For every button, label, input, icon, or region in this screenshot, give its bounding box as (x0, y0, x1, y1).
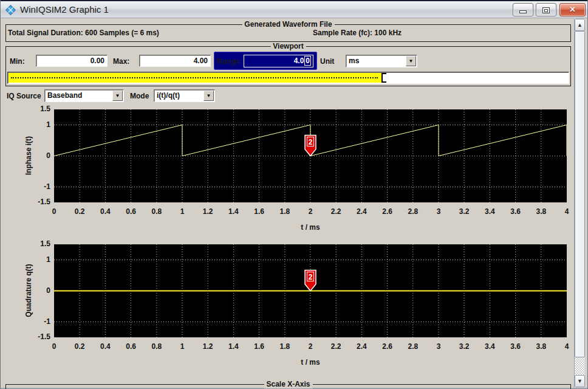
chevron-down-icon[interactable]: ▼ (112, 91, 123, 101)
x-tick-label: 0.2 (75, 207, 85, 216)
svg-text:2: 2 (309, 138, 313, 146)
generated-waveform-groupbox: Generated Waveform File Total Signal Dur… (5, 24, 571, 42)
y-tick-label: 1.5 (40, 105, 50, 113)
quadrature-x-ticks: 00.20.40.60.811.21.41.61.822.22.42.62.83… (54, 342, 567, 351)
x-tick-label: 3.8 (536, 207, 546, 216)
x-tick-label: 0.4 (100, 207, 111, 216)
inphase-y-ticks: 1.510-1-1.5 (30, 109, 52, 202)
range-field[interactable]: 4.00 (244, 55, 313, 67)
chevron-down-icon[interactable]: ▼ (406, 56, 416, 66)
scale-x-axis-title: Scale X-Axis (264, 380, 312, 388)
viewport-groupbox: Viewport Min: 0.00 Max: 4.00 Range: 4.00… (5, 46, 571, 86)
y-tick-label: -1 (44, 317, 50, 326)
client-area: Generated Waveform File Total Signal Dur… (1, 18, 588, 389)
y-tick-label: -1 (44, 182, 50, 191)
x-tick-label: 1.6 (254, 342, 264, 351)
x-tick-label: 4 (565, 207, 569, 216)
mode-combobox[interactable]: i(t)/q(t) ▼ (154, 89, 215, 102)
close-icon: ✕ (560, 4, 585, 16)
total-signal-duration: Total Signal Duration: 600 Samples (= 6 … (8, 29, 159, 37)
x-tick-label: 0.6 (126, 207, 136, 216)
unit-label: Unit (320, 57, 334, 66)
close-button[interactable]: ✕ (559, 3, 586, 16)
max-label: Max: (113, 57, 129, 66)
x-tick-label: 1.8 (279, 207, 290, 216)
x-tick-label: 1 (180, 207, 185, 216)
minimize-button[interactable] (513, 3, 533, 16)
x-tick-label: 4 (565, 342, 569, 351)
x-tick-label: 2.4 (357, 207, 367, 216)
range-value: 4.0 (294, 57, 304, 65)
scale-x-axis-groupbox: Scale X-Axis (5, 384, 571, 389)
app-window: WinIQSIM2 Graphic 1 ✕ Generated Waveform… (0, 0, 588, 389)
y-tick-label: 1.5 (40, 239, 50, 248)
mode-label: Mode (130, 92, 149, 100)
y-tick-label: 0 (46, 151, 50, 160)
chevron-down-icon[interactable]: ▼ (203, 91, 214, 101)
quadrature-y-ticks: 1.510-1-1.5 (30, 244, 52, 337)
x-tick-label: 1.6 (254, 207, 264, 216)
x-tick-label: 0.4 (100, 342, 111, 351)
viewport-scrollbar-focus-dots (11, 77, 378, 78)
sample-rate: Sample Rate (fc): 100 kHz (313, 29, 402, 37)
iq-source-combobox[interactable]: Baseband ▼ (44, 89, 124, 102)
x-tick-label: 2.6 (382, 342, 392, 351)
scroll-up-icon[interactable]: ▲ (575, 19, 585, 31)
svg-text:2: 2 (309, 273, 313, 281)
x-tick-label: 3.6 (510, 342, 521, 351)
maximize-button[interactable] (536, 3, 556, 16)
x-tick-label: 0 (52, 207, 56, 216)
x-tick-label: 1.4 (228, 342, 239, 351)
x-tick-label: 2.4 (357, 342, 367, 351)
x-tick-label: 3.4 (485, 342, 495, 351)
viewport-scrollbar[interactable] (7, 72, 569, 84)
quadrature-chart: Quadrature q(t) 1.510-1-1.5 2 00.20.40.6… (1, 244, 574, 369)
x-tick-label: 1 (180, 342, 185, 351)
max-field[interactable]: 4.00 (139, 55, 211, 67)
range-label: Range: (217, 57, 242, 66)
inphase-x-ticks: 00.20.40.60.811.21.41.61.822.22.42.62.83… (54, 207, 567, 216)
window-title: WinIQSIM2 Graphic 1 (20, 1, 109, 18)
generated-waveform-title: Generated Waveform File (242, 20, 334, 29)
x-tick-label: 0.8 (151, 342, 162, 351)
range-cursor: 0 (304, 56, 311, 66)
min-field[interactable]: 0.00 (36, 55, 108, 67)
x-tick-label: 3 (437, 207, 441, 216)
x-tick-label: 3.6 (510, 207, 521, 216)
x-tick-label: 1.4 (228, 207, 239, 216)
minimize-icon (519, 10, 527, 13)
y-tick-label: -1.5 (38, 198, 50, 206)
scroll-down-icon[interactable]: ▼ (575, 375, 585, 387)
x-tick-label: 1.8 (279, 342, 290, 351)
viewport-title: Viewport (270, 42, 306, 50)
y-tick-label: 1 (46, 120, 50, 129)
iq-source-label: IQ Source (7, 92, 41, 100)
x-tick-label: 3.2 (459, 207, 470, 216)
x-tick-label: 3 (437, 342, 441, 351)
maximize-icon (542, 7, 550, 13)
x-tick-label: 2.6 (382, 207, 392, 216)
x-tick-label: 2.2 (331, 342, 341, 351)
x-tick-label: 2 (309, 342, 313, 351)
viewport-scrollbar-thumb[interactable] (9, 73, 383, 83)
x-tick-label: 2.8 (408, 207, 418, 216)
titlebar[interactable]: WinIQSIM2 Graphic 1 ✕ (1, 0, 588, 18)
unit-combobox[interactable]: ms ▼ (346, 55, 417, 67)
x-tick-label: 0.8 (151, 207, 162, 216)
inphase-chart: Inphase i(t) 1.510-1-1.5 2 00.20.40.60.8… (1, 109, 574, 234)
vertical-scrollbar[interactable]: ▲ ▼ (574, 19, 585, 387)
inphase-plot-area[interactable]: 2 (54, 109, 567, 202)
mode-value: i(t)/q(t) (157, 90, 202, 102)
x-tick-label: 0 (52, 342, 56, 351)
y-tick-label: 1 (46, 255, 50, 264)
x-tick-label: 0.6 (126, 342, 136, 351)
inphase-x-axis-label: t / ms (54, 223, 567, 232)
x-tick-label: 3.2 (459, 342, 470, 351)
vertical-scrollbar-thumb[interactable] (575, 31, 585, 357)
y-tick-label: -1.5 (38, 332, 50, 341)
x-tick-label: 2.2 (331, 207, 341, 216)
x-tick-label: 0.2 (75, 342, 85, 351)
quadrature-plot-area[interactable]: 2 (54, 244, 567, 337)
range-focused-panel: Range: 4.00 (214, 52, 317, 70)
x-tick-label: 2 (309, 207, 313, 216)
